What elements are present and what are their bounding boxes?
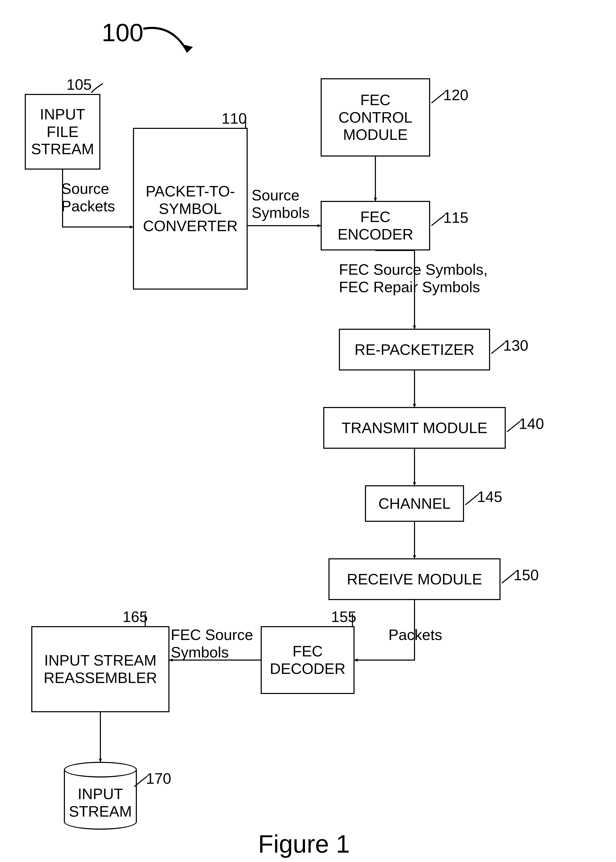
- edge-label-packets: Packets: [388, 626, 467, 644]
- figure-caption: Figure 1: [258, 830, 350, 858]
- edge-label-fec-symbols: FEC Source Symbols, FEC Repair Symbols: [339, 261, 522, 296]
- edge-label-source-packets: Source Packets: [61, 180, 126, 215]
- connectors: [0, 0, 616, 862]
- diagram-page: 100 INPUT FILE STREAM 105 PACKET-TO- SYM…: [0, 0, 616, 862]
- edge-label-source-symbols: Source Symbols: [251, 186, 319, 221]
- edge-label-fec-source-symbols: FEC Source Symbols: [171, 626, 262, 661]
